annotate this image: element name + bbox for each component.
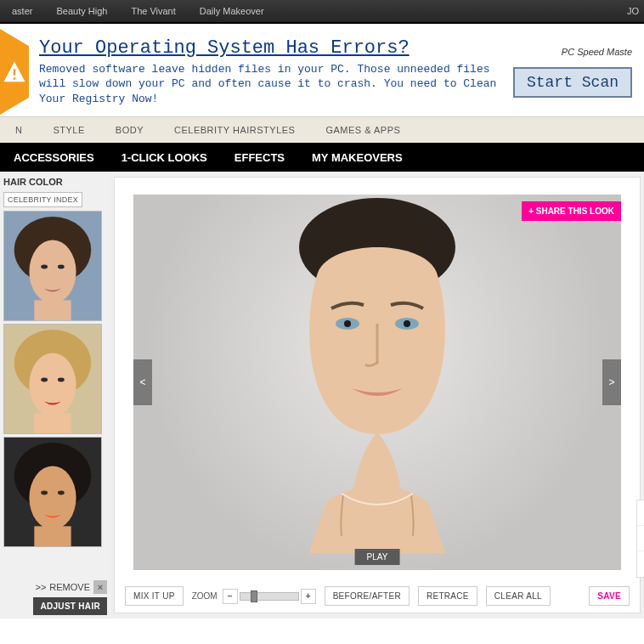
top-network-bar: aster Beauty High The Vivant Daily Makeo…	[0, 0, 644, 24]
ad-headline: Your Operating System Has Errors?	[39, 37, 503, 59]
network-link[interactable]: The Vivant	[119, 6, 187, 16]
celeb-thumb[interactable]	[3, 211, 102, 321]
network-links: aster Beauty High The Vivant Daily Makeo…	[0, 6, 276, 16]
network-link[interactable]: Beauty High	[44, 6, 119, 16]
network-link[interactable]: Daily Makeover	[188, 6, 276, 16]
svg-point-8	[29, 353, 76, 416]
save-disk-icon[interactable]	[637, 551, 644, 577]
svg-rect-5	[34, 300, 71, 320]
start-scan-button[interactable]: Start Scan	[513, 67, 632, 98]
remove-button[interactable]: REMOVE	[49, 582, 90, 592]
svg-point-3	[41, 265, 48, 269]
svg-point-15	[41, 491, 48, 495]
svg-point-10	[58, 378, 65, 382]
nav-item[interactable]: N	[0, 125, 37, 135]
print-icon[interactable]	[637, 500, 644, 526]
ad-product-name: PC Speed Maste	[562, 47, 632, 57]
svg-rect-17	[34, 526, 71, 546]
svg-point-22	[404, 320, 410, 327]
zoom-in-button[interactable]: +	[301, 589, 316, 604]
tab-accessories[interactable]: ACCESSORIES	[0, 151, 108, 164]
retrace-button[interactable]: RETRACE	[418, 586, 477, 606]
nav-item[interactable]: STYLE	[37, 125, 99, 135]
tab-effects[interactable]: EFFECTS	[221, 151, 298, 164]
save-button[interactable]: SAVE	[589, 586, 630, 606]
next-button[interactable]: >	[602, 359, 621, 405]
ad-banner: Your Operating System Has Errors? Remove…	[0, 24, 644, 117]
sidebar: HAIR COLOR CELEBRITY INDEX >> REMOVE × A…	[0, 172, 110, 619]
canvas: + SHARE THIS LOOK < > PLAY	[125, 186, 630, 578]
warning-icon	[0, 29, 29, 115]
remove-row: >> REMOVE ×	[35, 580, 107, 594]
mix-it-up-button[interactable]: MIX IT UP	[125, 586, 184, 606]
nav-item[interactable]: CELEBRITY HAIRSTYLES	[159, 125, 310, 135]
svg-point-14	[29, 466, 76, 529]
main-area: HAIR COLOR CELEBRITY INDEX >> REMOVE × A…	[0, 172, 644, 619]
tool-tabs: ACCESSORIES 1-CLICK LOOKS EFFECTS MY MAK…	[0, 143, 644, 172]
zoom-label: ZOOM	[192, 591, 217, 601]
model-illustration	[250, 196, 505, 553]
remove-arrows: >>	[35, 582, 46, 592]
canvas-side-tools	[636, 500, 644, 578]
top-right-link[interactable]: JO	[627, 6, 644, 16]
svg-point-9	[41, 378, 48, 382]
celeb-thumb[interactable]	[3, 324, 102, 434]
celebrity-index-tab[interactable]: CELEBRITY INDEX	[3, 192, 82, 207]
sidebar-heading: HAIR COLOR	[0, 172, 110, 192]
secondary-nav: N STYLE BODY CELEBRITY HAIRSTYLES GAMES …	[0, 117, 644, 143]
model-image: + SHARE THIS LOOK < > PLAY	[133, 195, 621, 570]
canvas-panel: + SHARE THIS LOOK < > PLAY MIX IT UP ZOO…	[114, 177, 641, 613]
zoom-control: ZOOM − +	[192, 589, 316, 604]
nav-item[interactable]: GAMES & APPS	[310, 125, 415, 135]
play-button[interactable]: PLAY	[355, 549, 400, 565]
clear-all-button[interactable]: CLEAR ALL	[486, 586, 551, 606]
tab-my-makeovers[interactable]: MY MAKEOVERS	[298, 151, 416, 164]
svg-rect-11	[34, 413, 71, 433]
svg-point-21	[344, 320, 351, 327]
zoom-slider-thumb[interactable]	[251, 590, 257, 602]
share-this-look-button[interactable]: + SHARE THIS LOOK	[522, 201, 621, 221]
prev-button[interactable]: <	[133, 359, 152, 405]
download-icon[interactable]	[637, 526, 644, 551]
close-icon[interactable]: ×	[93, 580, 107, 594]
ad-body: Removed software leave hidden files in y…	[39, 62, 503, 107]
ad-copy: Your Operating System Has Errors? Remove…	[29, 37, 513, 107]
svg-point-4	[58, 265, 65, 269]
tab-1click-looks[interactable]: 1-CLICK LOOKS	[108, 151, 221, 164]
before-after-button[interactable]: BEFORE/AFTER	[325, 586, 410, 606]
svg-point-16	[58, 491, 65, 495]
celeb-thumbs	[0, 211, 110, 547]
network-link[interactable]: aster	[0, 6, 44, 16]
nav-item[interactable]: BODY	[100, 125, 159, 135]
zoom-out-button[interactable]: −	[223, 589, 238, 604]
celeb-thumb[interactable]	[3, 437, 102, 547]
svg-point-2	[29, 240, 76, 303]
zoom-slider[interactable]	[240, 592, 299, 601]
bottom-toolbar: MIX IT UP ZOOM − + BEFORE/AFTER RETRACE …	[115, 581, 640, 613]
adjust-hair-button[interactable]: ADJUST HAIR	[33, 597, 107, 615]
